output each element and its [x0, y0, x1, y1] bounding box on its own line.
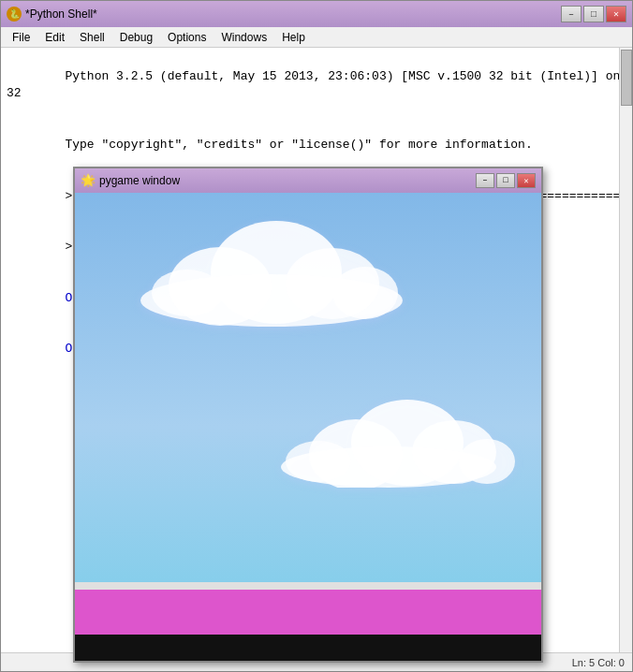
- window-title: *Python Shell*: [25, 7, 97, 21]
- pygame-maximize-button[interactable]: □: [496, 173, 515, 188]
- copyright-line: Type "copyright", "credits" or "license(…: [65, 138, 532, 152]
- pygame-window[interactable]: 🌟 pygame window – □ ✕: [73, 167, 543, 663]
- scrollbar[interactable]: [619, 48, 632, 652]
- scrollbar-thumb[interactable]: [621, 50, 632, 106]
- title-bar: 🐍 *Python Shell* – □ ✕: [1, 1, 632, 27]
- svg-point-5: [152, 270, 223, 316]
- menu-bar: File Edit Shell Debug Options Windows He…: [1, 27, 632, 48]
- menu-options[interactable]: Options: [160, 29, 213, 46]
- pygame-close-button[interactable]: ✕: [517, 173, 536, 188]
- bar-black: [75, 635, 541, 661]
- pygame-title-buttons: – □ ✕: [476, 173, 536, 188]
- menu-windows[interactable]: Windows: [213, 29, 274, 46]
- svg-point-10: [459, 439, 515, 484]
- menu-shell[interactable]: Shell: [72, 29, 112, 46]
- python-version-line: Python 3.2.5 (default, May 15 2013, 23:0…: [7, 69, 632, 100]
- menu-file[interactable]: File: [5, 29, 37, 46]
- title-buttons: – □ ✕: [561, 6, 626, 22]
- cursor-position: Ln: 5 Col: 0: [572, 657, 625, 668]
- bar-pink: [75, 590, 541, 635]
- close-button[interactable]: ✕: [606, 6, 626, 22]
- svg-point-4: [332, 267, 398, 319]
- menu-debug[interactable]: Debug: [112, 29, 160, 46]
- cloud-top: [126, 216, 417, 329]
- cloud-bottom: [262, 394, 515, 488]
- minimize-button[interactable]: –: [561, 6, 581, 22]
- pygame-window-icon: 🌟: [81, 173, 96, 188]
- pygame-canvas: [75, 193, 541, 582]
- pygame-title-left: 🌟 pygame window: [81, 173, 180, 188]
- title-bar-left: 🐍 *Python Shell*: [7, 7, 97, 22]
- pygame-bottom-bars: [75, 582, 541, 661]
- python-icon: 🐍: [7, 7, 22, 22]
- bar-white: [75, 582, 541, 590]
- svg-point-11: [286, 441, 351, 482]
- pygame-window-title: pygame window: [99, 174, 180, 187]
- menu-edit[interactable]: Edit: [37, 29, 72, 46]
- pygame-minimize-button[interactable]: –: [476, 173, 494, 188]
- maximize-button[interactable]: □: [583, 6, 604, 22]
- menu-help[interactable]: Help: [274, 29, 313, 46]
- pygame-title-bar: 🌟 pygame window – □ ✕: [75, 168, 541, 193]
